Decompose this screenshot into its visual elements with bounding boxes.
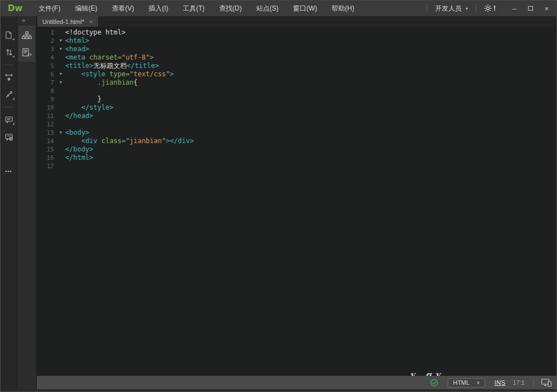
close-button[interactable]: × [539,3,555,14]
document-tabbar: Untitled-1.html* × [37,16,556,27]
code-line[interactable]: 11</head> [37,112,556,120]
panel-dock-group [18,26,35,62]
menu-item[interactable]: 插入(I) [141,1,175,16]
fold-gutter [56,112,65,120]
chevron-down-icon: ▾ [466,6,468,11]
fold-arrow-icon[interactable]: ▼ [56,129,65,137]
menu-item[interactable]: 窗口(W) [286,1,324,16]
code-line[interactable]: 14 <div class="jianbian"></div> [37,137,556,145]
device-preview-icon[interactable] [541,378,552,387]
menu-item[interactable]: 帮助(H) [324,1,361,16]
menu-item[interactable]: 文件(F) [31,1,67,16]
code-line[interactable]: 9 } [37,95,556,104]
code-line[interactable]: 16</html> [37,154,556,162]
doc-type-dropdown[interactable]: HTML ∨ [448,378,485,388]
code-text: <title>无标题文档</title> [65,62,159,70]
fold-gutter [56,87,65,95]
code-line[interactable]: 10 </style> [37,104,556,112]
line-number: 1 [37,28,56,37]
code-line[interactable]: 1<!doctype html> [37,28,556,37]
code-editor[interactable]: 1<!doctype html>2▼<html>3▼<head>4<meta c… [37,27,556,376]
fold-gutter [56,62,65,70]
code-line[interactable]: 15</body> [37,145,556,154]
dreamweaver-window: Dw 文件(F)编辑(E)查看(V)插入(I)工具(T)查找(D)站点(S)窗口… [0,0,557,392]
line-number: 13 [37,129,56,137]
menu-item[interactable]: 查找(D) [212,1,249,16]
code-lines: 1<!doctype html>2▼<html>3▼<head>4<meta c… [37,28,556,170]
line-number: 5 [37,62,56,70]
line-number: 3 [37,45,56,53]
menu-item[interactable]: 编辑(E) [68,1,105,16]
code-text: <div class="jianbian"></div> [65,137,194,145]
code-line[interactable]: 5<title>无标题文档</title> [37,62,556,70]
document-tab[interactable]: Untitled-1.html* × [37,16,98,27]
code-text: } [65,95,101,104]
code-line[interactable]: 13▼<body> [37,129,556,137]
more-options-icon[interactable]: ••• [5,169,12,174]
maximize-icon [528,6,533,11]
code-line[interactable]: 2▼<html> [37,37,556,45]
line-number: 15 [37,145,56,154]
insert-mode-toggle[interactable]: INS [495,379,506,386]
fold-arrow-icon[interactable]: ▼ [56,37,65,45]
apply-comment-icon[interactable] [2,113,16,126]
fold-gutter [56,137,65,145]
code-line[interactable]: 8 [37,87,556,95]
code-line[interactable]: 4<meta charset="utf-8"> [37,53,556,62]
workspace-switcher[interactable]: 开发人员 ▾ [429,4,474,13]
fold-arrow-icon[interactable]: ▼ [56,79,65,87]
remove-comment-icon[interactable] [2,130,16,144]
fold-gutter [56,53,65,62]
tab-close-icon[interactable]: × [89,18,92,25]
line-number: 14 [37,137,56,145]
line-number: 16 [37,154,56,162]
code-text: </style> [65,104,114,112]
expand-all-icon[interactable] [2,71,16,84]
close-icon: × [545,4,549,13]
code-text: <style type="text/css"> [65,70,174,79]
line-number: 11 [37,112,56,120]
menu-item[interactable]: 查看(V) [105,1,141,16]
menu-item[interactable]: 工具(T) [175,1,212,16]
maximize-button[interactable] [522,3,539,14]
statusbar-separator [533,379,534,386]
code-line[interactable]: 3▼<head> [37,45,556,53]
doc-type-label: HTML [453,379,470,386]
titlebar: Dw 文件(F)编辑(E)查看(V)插入(I)工具(T)查找(D)站点(S)窗口… [1,1,556,16]
code-text: <head> [65,45,89,53]
code-text: </html> [65,154,94,162]
sync-settings-button[interactable]: ! [478,4,502,12]
chevron-down-icon: ∨ [476,380,480,385]
code-line[interactable]: 17 [37,162,556,170]
lint-ok-icon[interactable] [430,379,438,387]
open-documents-icon[interactable] [2,28,16,42]
minimize-button[interactable]: – [506,3,522,14]
code-text: <html> [65,37,89,45]
code-snippets-panel-icon[interactable] [20,46,33,58]
menubar: 文件(F)编辑(E)查看(V)插入(I)工具(T)查找(D)站点(S)窗口(W)… [31,1,361,16]
toolbar-divider [4,107,13,107]
line-number: 7 [37,79,56,87]
minimize-icon: – [512,4,516,13]
menu-item[interactable]: 站点(S) [249,1,286,16]
window-controls: – × [506,3,555,14]
files-panel-icon[interactable] [20,30,33,42]
fold-arrow-icon[interactable]: ▼ [56,45,65,53]
code-line[interactable]: 12 [37,120,556,129]
window-bottom-edge [1,389,556,391]
fold-gutter [56,104,65,112]
code-text: .jianbian{ [65,79,138,87]
file-management-icon[interactable] [2,46,16,59]
expand-panels-icon[interactable]: » [17,16,36,23]
fold-gutter [56,95,65,104]
line-number: 9 [37,95,56,104]
line-number: 8 [37,87,56,95]
code-text: <body> [65,129,89,137]
code-text: <!doctype html> [65,28,125,37]
fold-gutter [56,145,65,154]
cursor-position: 17:1 [513,379,525,386]
fold-arrow-icon[interactable]: ▼ [56,70,65,79]
code-line[interactable]: 7▼ .jianbian{ [37,79,556,87]
code-line[interactable]: 6▼ <style type="text/css"> [37,70,556,79]
format-source-code-icon[interactable] [2,88,16,101]
